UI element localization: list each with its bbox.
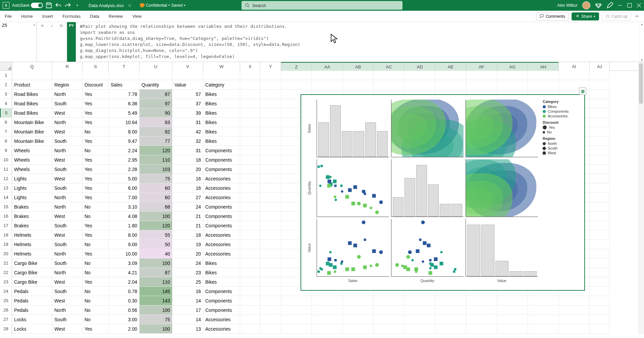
cell[interactable] (312, 296, 343, 305)
cell[interactable] (260, 193, 281, 202)
cell[interactable] (260, 305, 281, 315)
cell[interactable]: 103 (140, 165, 172, 174)
cell[interactable]: Accessories (203, 183, 240, 193)
column-header-AD[interactable]: AD (405, 62, 435, 71)
sensitivity-label[interactable]: Confidential • Saved ▾ (140, 3, 186, 8)
cell[interactable]: 87 (140, 268, 172, 277)
cell[interactable] (590, 296, 610, 305)
cell[interactable]: South (52, 136, 83, 146)
tab-view[interactable]: View (131, 12, 142, 20)
cell[interactable]: Accessories (203, 324, 240, 334)
cell[interactable]: Yes (83, 165, 109, 174)
row-header[interactable]: 24 (0, 287, 12, 296)
cell[interactable] (590, 80, 610, 90)
cell[interactable]: Accessories (203, 230, 240, 240)
cell[interactable] (281, 71, 312, 80)
cell[interactable] (260, 136, 281, 146)
cell[interactable]: 19 (172, 240, 203, 249)
cell[interactable]: 8.00 (109, 230, 140, 240)
row-header[interactable]: 13 (0, 183, 12, 193)
cell[interactable] (405, 71, 435, 80)
cell[interactable] (590, 277, 610, 287)
cell[interactable]: 3.10 (109, 202, 140, 212)
cell[interactable] (590, 193, 610, 202)
save-icon[interactable] (46, 2, 52, 9)
cell[interactable]: North (52, 118, 83, 127)
document-title[interactable]: Data Analysis.xlsx (89, 3, 124, 8)
row-header[interactable]: 9 (0, 146, 12, 155)
cell[interactable]: No (83, 259, 109, 268)
cell[interactable] (374, 296, 405, 305)
cell[interactable]: 55 (140, 230, 172, 240)
cell[interactable] (240, 202, 260, 212)
cell[interactable]: 6.38 (109, 99, 140, 108)
cell[interactable]: Components (203, 146, 240, 155)
cell[interactable]: No (83, 202, 109, 212)
cell[interactable] (590, 268, 610, 277)
cell[interactable]: 5.00 (109, 174, 140, 183)
cell[interactable]: 50 (140, 240, 172, 249)
column-header-AG[interactable]: AG (497, 62, 528, 71)
cell[interactable] (240, 108, 260, 118)
star-icon[interactable]: ✩ (126, 2, 133, 9)
cell[interactable]: Yes (83, 249, 109, 259)
cell[interactable] (590, 324, 610, 334)
cell[interactable]: 60 (140, 183, 172, 193)
cell[interactable] (590, 127, 610, 136)
cell[interactable]: West (52, 174, 83, 183)
cell[interactable] (590, 99, 610, 108)
cell[interactable] (590, 183, 610, 193)
cell[interactable]: South (52, 287, 83, 296)
cell[interactable] (260, 221, 281, 230)
formula-code[interactable]: #Pair plot showing the relationships bet… (76, 22, 639, 62)
cell[interactable] (343, 315, 374, 324)
cell[interactable]: Yes (83, 90, 109, 99)
cell[interactable]: Lights (12, 183, 52, 193)
cell[interactable] (590, 315, 610, 324)
cell[interactable]: Bikes (203, 277, 240, 287)
cell[interactable] (435, 305, 466, 315)
cell[interactable]: Components (203, 155, 240, 165)
cell[interactable]: 16 (172, 174, 203, 183)
cell[interactable]: Yes (83, 183, 109, 193)
column-header-Y[interactable]: Y (260, 62, 281, 71)
cell[interactable] (497, 315, 528, 324)
cell[interactable]: 2.28 (109, 165, 140, 174)
cell[interactable] (240, 221, 260, 230)
cell[interactable]: Helmets (12, 240, 52, 249)
column-header-V[interactable]: V (172, 62, 203, 71)
redo-icon[interactable] (64, 2, 71, 9)
cell[interactable]: 5.49 (109, 108, 140, 118)
cell[interactable] (343, 71, 374, 80)
cell[interactable] (260, 212, 281, 221)
row-header[interactable]: 21 (0, 259, 12, 268)
cell[interactable] (240, 305, 260, 315)
cell[interactable] (374, 71, 405, 80)
cell[interactable]: 18 (172, 230, 203, 240)
cell[interactable]: 68 (140, 202, 172, 212)
comments-button[interactable]: Comments (536, 12, 569, 20)
cell[interactable] (590, 259, 610, 268)
qat-dropdown-icon[interactable]: ▾ (74, 2, 80, 9)
cell[interactable] (590, 305, 610, 315)
cell[interactable]: Lights (12, 193, 52, 202)
cell[interactable] (260, 324, 281, 334)
cell[interactable] (466, 315, 497, 324)
cell[interactable]: Wheels (12, 146, 52, 155)
cell[interactable] (528, 324, 559, 334)
cell[interactable]: 39 (172, 108, 203, 118)
cell[interactable]: West (52, 155, 83, 165)
vertical-scrollbar[interactable] (638, 62, 644, 334)
row-header[interactable]: 14 (0, 193, 12, 202)
cell[interactable]: 3.09 (109, 259, 140, 268)
cell[interactable] (405, 296, 435, 305)
cell[interactable]: 25 (172, 277, 203, 287)
cell[interactable]: 31 (172, 118, 203, 127)
cell[interactable]: Yes (83, 108, 109, 118)
cell[interactable] (240, 249, 260, 259)
column-header-AB[interactable]: AB (343, 62, 374, 71)
cell[interactable] (240, 90, 260, 99)
tab-data[interactable]: Data (89, 12, 100, 20)
cell[interactable]: No (83, 212, 109, 221)
cell[interactable]: Components (203, 287, 240, 296)
